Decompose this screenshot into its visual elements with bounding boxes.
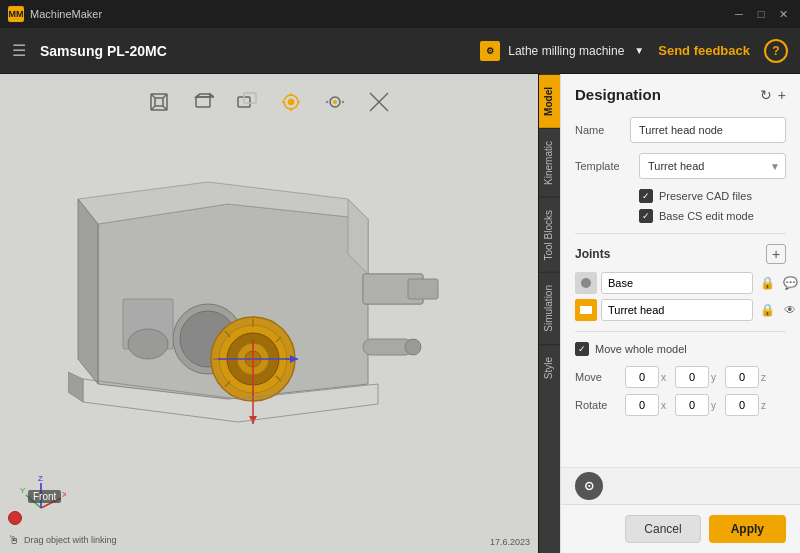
preserve-cad-row: Preserve CAD files xyxy=(575,189,786,203)
machine-title: Samsung PL-20MC xyxy=(40,43,480,59)
box-tool-button[interactable] xyxy=(143,86,175,118)
move-y-axis: y xyxy=(711,372,721,383)
template-select-wrap: Turret head Base Custom ▼ xyxy=(639,153,786,179)
move-whole-row: Move whole model xyxy=(575,342,786,356)
header: ☰ Samsung PL-20MC ⚙ Lathe milling machin… xyxy=(0,28,800,74)
viewport[interactable]: X Y Z Front 🖱 Drag object with linking 1… xyxy=(0,74,538,553)
divider-2 xyxy=(575,331,786,332)
template-select[interactable]: Turret head Base Custom xyxy=(639,153,786,179)
joint-base-edit-button[interactable]: 💬 xyxy=(780,273,800,293)
divider-1 xyxy=(575,233,786,234)
joints-title: Joints xyxy=(575,247,610,261)
svg-rect-31 xyxy=(408,279,438,299)
base-cs-checkbox[interactable] xyxy=(639,209,653,223)
move-x-field: x xyxy=(625,366,671,388)
joint-turret-actions: 🔒 👁 − xyxy=(757,300,800,320)
pointer-tool-button[interactable] xyxy=(275,86,307,118)
svg-rect-6 xyxy=(196,97,210,107)
preserve-cad-label: Preserve CAD files xyxy=(659,190,752,202)
tab-simulation[interactable]: Simulation xyxy=(539,272,560,344)
rotate-label: Rotate xyxy=(575,399,621,411)
rotate-z-field: z xyxy=(725,394,771,416)
app-icon: MM xyxy=(8,6,24,22)
drag-hint: 🖱 Drag object with linking xyxy=(8,533,117,547)
rotate-x-field: x xyxy=(625,394,671,416)
joint-base-lock-button[interactable]: 🔒 xyxy=(757,273,777,293)
refresh-button[interactable]: ↻ xyxy=(760,87,772,103)
app-title: MachineMaker xyxy=(30,8,730,20)
tab-kinematic[interactable]: Kinematic xyxy=(539,128,560,197)
name-field-row: Name xyxy=(575,117,786,143)
menu-button[interactable]: ☰ xyxy=(12,41,26,60)
panel-header-icons: ↻ + xyxy=(760,87,786,103)
move-z-field: z xyxy=(725,366,771,388)
machine-selector[interactable]: ⚙ Lathe milling machine ▼ xyxy=(480,41,644,61)
svg-point-63 xyxy=(581,278,591,288)
timestamp: 17.6.2023 xyxy=(490,537,530,547)
tab-tool-blocks[interactable]: Tool Blocks xyxy=(539,197,560,273)
move-x-axis: x xyxy=(661,372,671,383)
side-view-button[interactable] xyxy=(231,86,263,118)
joint-base-actions: 🔒 💬 xyxy=(757,273,800,293)
rotate-z-input[interactable] xyxy=(725,394,759,416)
move-whole-checkbox[interactable] xyxy=(575,342,589,356)
feedback-button[interactable]: Send feedback xyxy=(658,43,750,58)
svg-point-54 xyxy=(405,339,421,355)
view-label: Front xyxy=(28,490,61,503)
svg-point-18 xyxy=(289,100,294,105)
joints-add-button[interactable]: + xyxy=(766,244,786,264)
move-z-axis: z xyxy=(761,372,771,383)
svg-marker-10 xyxy=(210,94,214,97)
rotate-z-axis: z xyxy=(761,400,771,411)
base-cs-row: Base CS edit mode xyxy=(575,209,786,223)
move-z-input[interactable] xyxy=(725,366,759,388)
panel-footer: Cancel Apply xyxy=(561,504,800,553)
cancel-button[interactable]: Cancel xyxy=(625,515,700,543)
move-y-input[interactable] xyxy=(675,366,709,388)
apply-button[interactable]: Apply xyxy=(709,515,786,543)
joint-turret-input[interactable] xyxy=(601,299,753,321)
cross-tool-button[interactable] xyxy=(363,86,395,118)
tab-style[interactable]: Style xyxy=(539,344,560,391)
svg-point-52 xyxy=(128,329,168,359)
joint-turret-lock-button[interactable]: 🔒 xyxy=(757,300,777,320)
panel-content: Designation ↻ + Name Template Turret hea… xyxy=(561,74,800,467)
bottom-nav-icon[interactable]: ⊙ xyxy=(575,472,603,500)
rotate-row: Rotate x y z xyxy=(575,394,786,416)
window-controls: ─ □ ✕ xyxy=(730,5,792,23)
template-field-row: Template Turret head Base Custom ▼ xyxy=(575,153,786,179)
dot-tool-button[interactable] xyxy=(319,86,351,118)
machine-type-icon: ⚙ xyxy=(480,41,500,61)
joints-header: Joints + xyxy=(575,244,786,264)
svg-text:X: X xyxy=(62,490,66,499)
move-x-input[interactable] xyxy=(625,366,659,388)
svg-marker-9 xyxy=(196,94,210,97)
tab-model[interactable]: Model xyxy=(539,74,560,128)
toolbar xyxy=(0,86,538,118)
add-designation-button[interactable]: + xyxy=(778,87,786,103)
right-panel: Designation ↻ + Name Template Turret hea… xyxy=(560,74,800,553)
svg-marker-56 xyxy=(68,372,83,402)
rotate-x-axis: x xyxy=(661,400,671,411)
rotate-y-input[interactable] xyxy=(675,394,709,416)
machine-3d-view xyxy=(68,144,448,484)
joint-turret-icon xyxy=(575,299,597,321)
rotate-x-input[interactable] xyxy=(625,394,659,416)
close-button[interactable]: ✕ xyxy=(774,5,792,23)
front-view-button[interactable] xyxy=(187,86,219,118)
maximize-button[interactable]: □ xyxy=(752,5,770,23)
svg-text:Y: Y xyxy=(20,486,26,495)
rotate-y-axis: y xyxy=(711,400,721,411)
preserve-cad-checkbox[interactable] xyxy=(639,189,653,203)
joint-turret-eye-button[interactable]: 👁 xyxy=(780,300,800,320)
minimize-button[interactable]: ─ xyxy=(730,5,748,23)
template-label: Template xyxy=(575,160,639,172)
joint-base-input[interactable] xyxy=(601,272,753,294)
machine-dropdown-icon[interactable]: ▼ xyxy=(634,45,644,56)
name-input[interactable] xyxy=(630,117,786,143)
main-area: X Y Z Front 🖱 Drag object with linking 1… xyxy=(0,74,800,553)
joint-base-row: 🔒 💬 xyxy=(575,272,786,294)
red-indicator xyxy=(8,511,22,525)
help-button[interactable]: ? xyxy=(764,39,788,63)
name-label: Name xyxy=(575,124,630,136)
